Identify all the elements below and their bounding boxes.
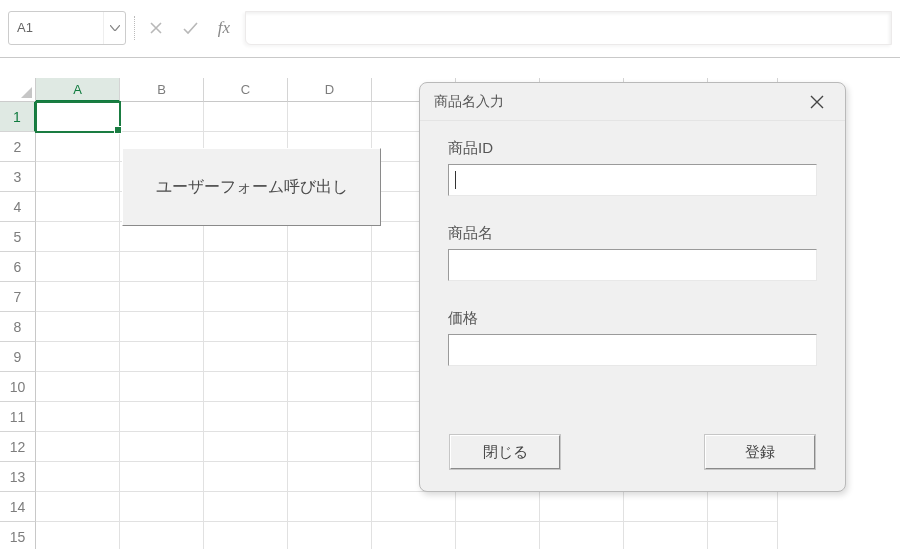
cell[interactable] [204,492,288,522]
cell[interactable] [288,402,372,432]
chevron-down-icon[interactable] [103,12,125,44]
cell[interactable] [456,492,540,522]
cell[interactable] [624,522,708,549]
cell[interactable] [624,492,708,522]
register-button[interactable]: 登録 [705,435,815,469]
fx-icon[interactable]: fx [211,15,237,41]
row-header[interactable]: 6 [0,252,36,282]
close-button[interactable]: 閉じる [450,435,560,469]
cell[interactable] [288,522,372,549]
row-header[interactable]: 11 [0,402,36,432]
userform-dialog: 商品名入力 商品ID 商品名 価格 閉じる 登録 [419,82,846,492]
cell[interactable] [36,102,120,132]
cell[interactable] [120,102,204,132]
price-field[interactable] [448,334,817,366]
userform-button-row: 閉じる 登録 [420,435,845,469]
cell[interactable] [204,282,288,312]
cell[interactable] [120,222,204,252]
cell[interactable] [120,462,204,492]
cell[interactable] [204,342,288,372]
cell[interactable] [288,312,372,342]
cell[interactable] [36,132,120,162]
column-header[interactable]: D [288,78,372,102]
cell[interactable] [288,102,372,132]
cell[interactable] [204,312,288,342]
cell[interactable] [120,252,204,282]
product-name-input[interactable] [455,256,810,274]
enter-formula-icon[interactable] [177,15,203,41]
cell[interactable] [204,432,288,462]
cell[interactable] [120,432,204,462]
formula-input[interactable] [245,11,892,45]
cancel-formula-icon[interactable] [143,15,169,41]
cell[interactable] [204,102,288,132]
price-input[interactable] [455,341,810,359]
cell[interactable] [120,402,204,432]
cell[interactable] [708,522,778,549]
cell[interactable] [36,492,120,522]
cell[interactable] [372,522,456,549]
cell[interactable] [120,522,204,549]
column-header[interactable]: B [120,78,204,102]
cell[interactable] [288,462,372,492]
cell[interactable] [36,192,120,222]
cell[interactable] [120,312,204,342]
column-header[interactable]: A [36,78,120,102]
cell[interactable] [36,282,120,312]
row-header[interactable]: 13 [0,462,36,492]
cell[interactable] [204,252,288,282]
cell[interactable] [36,162,120,192]
cell[interactable] [36,522,120,549]
row-header[interactable]: 4 [0,192,36,222]
cell[interactable] [288,432,372,462]
row-header[interactable]: 7 [0,282,36,312]
cell[interactable] [204,372,288,402]
cell[interactable] [288,282,372,312]
cell[interactable] [540,492,624,522]
cell[interactable] [204,402,288,432]
cell[interactable] [36,342,120,372]
cell[interactable] [36,222,120,252]
cell[interactable] [456,522,540,549]
column-header[interactable]: C [204,78,288,102]
select-all-cell[interactable] [0,78,36,102]
cell[interactable] [204,522,288,549]
row-header[interactable]: 5 [0,222,36,252]
cell[interactable] [540,522,624,549]
cell[interactable] [120,492,204,522]
cell[interactable] [288,252,372,282]
cell[interactable] [120,342,204,372]
cell[interactable] [288,342,372,372]
cell[interactable] [288,372,372,402]
name-box[interactable]: A1 [8,11,126,45]
close-icon[interactable] [803,88,831,116]
cell[interactable] [36,312,120,342]
row-header[interactable]: 3 [0,162,36,192]
cell[interactable] [288,222,372,252]
product-name-field[interactable] [448,249,817,281]
row-header[interactable]: 14 [0,492,36,522]
cell[interactable] [36,462,120,492]
cell[interactable] [36,402,120,432]
row-header[interactable]: 1 [0,102,36,132]
cell[interactable] [120,372,204,402]
cell[interactable] [372,492,456,522]
cell[interactable] [120,282,204,312]
product-id-input[interactable] [456,171,810,189]
row-header[interactable]: 2 [0,132,36,162]
row-header[interactable]: 15 [0,522,36,549]
row-header[interactable]: 10 [0,372,36,402]
product-id-field[interactable] [448,164,817,196]
row-header[interactable]: 8 [0,312,36,342]
row-header[interactable]: 12 [0,432,36,462]
cell[interactable] [36,432,120,462]
userform-launch-button[interactable]: ユーザーフォーム呼び出し [122,148,381,226]
cell[interactable] [288,492,372,522]
cell[interactable] [708,492,778,522]
userform-titlebar[interactable]: 商品名入力 [420,83,845,121]
cell[interactable] [36,252,120,282]
cell[interactable] [204,222,288,252]
row-header[interactable]: 9 [0,342,36,372]
cell[interactable] [204,462,288,492]
cell[interactable] [36,372,120,402]
